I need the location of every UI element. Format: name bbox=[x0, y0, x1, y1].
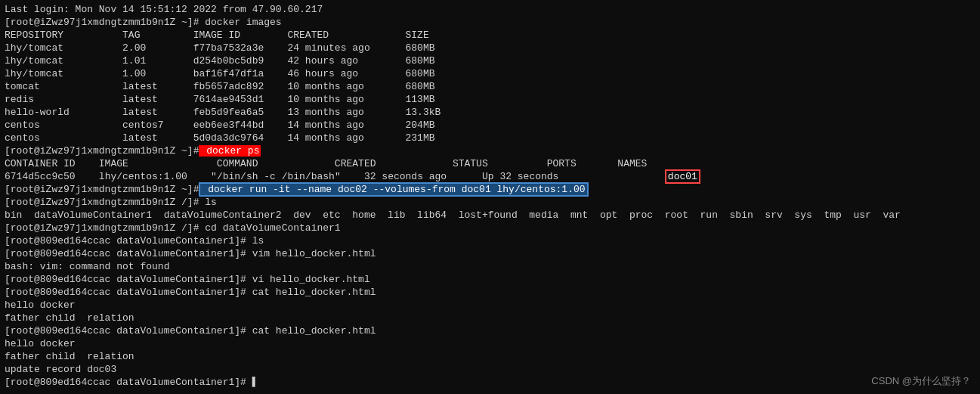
line-update-record: update record doc03 bbox=[5, 363, 975, 376]
line-hello-docker2: hello docker bbox=[5, 337, 975, 350]
line-ps-header: CONTAINER ID IMAGE COMMAND CREATED STATU… bbox=[5, 157, 975, 170]
line-prompt-docker-ps: [root@iZwz97j1xmdngtzmm1b9n1Z ~]# docker… bbox=[5, 144, 975, 157]
line-redis-latest: redis latest 7614ae9453d1 10 months ago … bbox=[5, 93, 975, 106]
line-lhy-tomcat-100: lhy/tomcat 1.00 baf16f47df1a 46 hours ag… bbox=[5, 67, 975, 80]
terminal: Last login: Mon Nov 14 15:51:12 2022 fro… bbox=[0, 0, 980, 394]
line-hello-docker1: hello docker bbox=[5, 299, 975, 312]
line-last-login: Last login: Mon Nov 14 15:51:12 2022 fro… bbox=[5, 3, 975, 16]
line-final-prompt: [root@809ed164ccac dataVolumeContainer1]… bbox=[5, 376, 975, 389]
line-vim-error: bash: vim: command not found bbox=[5, 260, 975, 273]
line-vi-cmd: [root@809ed164ccac dataVolumeContainer1]… bbox=[5, 273, 975, 286]
line-centos-latest: centos latest 5d0da3dc9764 14 months ago… bbox=[5, 132, 975, 144]
line-docker-images-cmd: [root@iZwz97j1xmdngtzmm1b9n1Z ~]# docker… bbox=[5, 16, 975, 29]
line-ls-cmd2: [root@809ed164ccac dataVolumeContainer1]… bbox=[5, 234, 975, 247]
line-cat-cmd2: [root@809ed164ccac dataVolumeContainer1]… bbox=[5, 324, 975, 337]
line-hello-world: hello-world latest feb5d9fea6a5 13 month… bbox=[5, 106, 975, 119]
docker-run-highlight: docker run -it --name doc02 --volumes-fr… bbox=[199, 182, 588, 197]
docker-ps-highlight: docker ps bbox=[199, 145, 261, 157]
line-lhy-tomcat-101: lhy/tomcat 1.01 d254b0bc5db9 42 hours ag… bbox=[5, 54, 975, 67]
line-father-child2: father child relation bbox=[5, 350, 975, 363]
line-cd-cmd: [root@iZwz97j1xmdngtzmm1b9n1Z /]# cd dat… bbox=[5, 222, 975, 234]
line-ls-output: bin dataVolumeContainer1 dataVolumeConta… bbox=[5, 209, 975, 222]
line-cat-cmd1: [root@809ed164ccac dataVolumeContainer1]… bbox=[5, 286, 975, 299]
line-vim-cmd: [root@809ed164ccac dataVolumeContainer1]… bbox=[5, 247, 975, 260]
line-tomcat-latest: tomcat latest fb5657adc892 10 months ago… bbox=[5, 80, 975, 93]
watermark: CSDN @为什么坚持？ bbox=[871, 374, 971, 388]
doc01-highlight: doc01 bbox=[665, 169, 700, 184]
line-centos-centos7: centos centos7 eeb6ee3f44bd 14 months ag… bbox=[5, 119, 975, 132]
line-ls-cmd: [root@iZwz97j1xmdngtzmm1b9n1Z /]# ls bbox=[5, 196, 975, 209]
line-father-child1: father child relation bbox=[5, 312, 975, 324]
line-container-row: 6714d5cc9c50 lhy/centos:1.00 "/bin/sh -c… bbox=[5, 170, 975, 183]
line-lhy-tomcat-200: lhy/tomcat 2.00 f77ba7532a3e 24 minutes … bbox=[5, 42, 975, 54]
line-docker-run-cmd: [root@iZwz97j1xmdngtzmm1b9n1Z ~]# docker… bbox=[5, 183, 975, 196]
line-images-header: REPOSITORY TAG IMAGE ID CREATED SIZE bbox=[5, 29, 975, 42]
